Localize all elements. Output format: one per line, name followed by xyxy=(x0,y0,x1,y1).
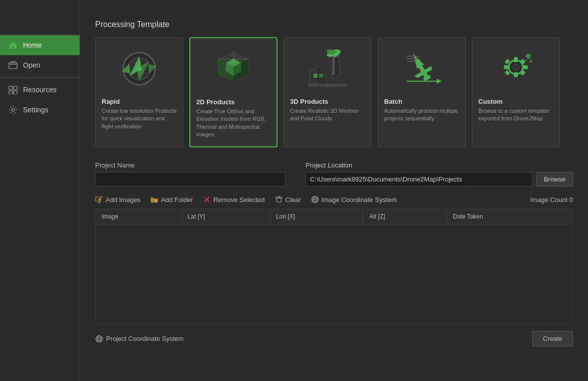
image-toolbar: Add Images Add Folder Remove Selected xyxy=(95,195,573,205)
template-card-3d[interactable]: 3D Products Create Realistic 3D Meshes a… xyxy=(283,37,372,147)
svg-rect-30 xyxy=(314,74,318,78)
home-icon xyxy=(8,40,18,50)
svg-rect-1 xyxy=(9,86,13,90)
project-name-label: Project Name xyxy=(95,161,285,169)
rapid-desc: Create low resolution Products for quick… xyxy=(102,107,177,130)
batch-icon xyxy=(394,44,449,94)
add-images-button[interactable]: Add Images xyxy=(95,195,140,205)
svg-rect-2 xyxy=(14,86,17,90)
add-folder-icon xyxy=(150,196,158,204)
svg-rect-58 xyxy=(101,196,103,198)
template-card-batch[interactable]: Batch Automatically process multiple pro… xyxy=(378,37,466,147)
template-card-2d[interactable]: 2D Products Create True Orthos and Eleva… xyxy=(189,37,277,147)
custom-desc: Browse to a custom template exported fro… xyxy=(478,107,553,123)
svg-marker-39 xyxy=(437,79,442,84)
image-table-container: Image Lat [Y] Lon [X] Alt [Z] Date Taken xyxy=(95,209,573,324)
project-row: Project Name Project Location Browse xyxy=(95,161,573,186)
sidebar-item-resources[interactable]: Resources xyxy=(0,80,80,100)
clear-icon xyxy=(275,196,283,204)
2d-desc: Create True Orthos and Elevation models … xyxy=(196,108,270,139)
project-coord-system-button[interactable]: Project Coordinate System xyxy=(95,335,184,343)
svg-rect-47 xyxy=(504,65,509,69)
col-image: Image xyxy=(96,209,181,225)
globe-small-icon xyxy=(95,335,103,343)
svg-point-55 xyxy=(525,59,527,61)
image-count: Image Count 0 xyxy=(530,196,573,204)
3d-title: 3D Products xyxy=(290,98,365,105)
sidebar-item-settings[interactable]: Settings xyxy=(0,100,80,120)
remove-selected-icon xyxy=(203,196,211,204)
image-coord-system-button[interactable]: Image Coordinate System xyxy=(311,195,397,205)
sidebar-divider xyxy=(0,77,80,78)
custom-icon xyxy=(488,44,543,94)
svg-rect-46 xyxy=(514,72,518,77)
sidebar-item-open[interactable]: Open xyxy=(0,55,80,75)
svg-point-10 xyxy=(137,66,142,71)
svg-point-5 xyxy=(12,108,15,111)
rapid-title: Rapid xyxy=(102,98,177,105)
col-lon: Lon [X] xyxy=(270,209,363,225)
svg-rect-4 xyxy=(14,91,17,94)
project-location-input[interactable] xyxy=(306,172,532,186)
bottom-bar: Project Coordinate System Create xyxy=(95,331,573,346)
2d-title: 2D Products xyxy=(196,98,270,106)
add-folder-button[interactable]: Add Folder xyxy=(150,195,193,205)
globe-icon xyxy=(311,196,319,204)
svg-point-54 xyxy=(529,60,532,63)
svg-rect-45 xyxy=(514,57,518,62)
col-alt: Alt [Z] xyxy=(363,209,447,225)
browse-button[interactable]: Browse xyxy=(536,172,573,186)
sidebar-item-home[interactable]: Home xyxy=(0,35,80,55)
clear-button[interactable]: Clear xyxy=(275,195,301,205)
rapid-icon xyxy=(112,44,167,94)
batch-title: Batch xyxy=(384,98,459,105)
3d-icon xyxy=(300,44,355,94)
svg-point-53 xyxy=(526,54,531,59)
project-name-input[interactable] xyxy=(95,172,285,186)
main-content: Processing Template Rap xyxy=(80,0,588,381)
location-row: Browse xyxy=(306,172,573,186)
create-button[interactable]: Create xyxy=(532,331,573,346)
3d-desc: Create Realistic 3D Meshes and Point Clo… xyxy=(290,107,365,123)
template-card-rapid[interactable]: Rapid Create low resolution Products for… xyxy=(95,37,183,147)
custom-title: Custom xyxy=(478,98,553,105)
batch-desc: Automatically process multiple projects … xyxy=(384,107,459,123)
project-location-group: Project Location Browse xyxy=(306,161,573,186)
template-cards: Rapid Create low resolution Products for… xyxy=(95,37,573,147)
resources-icon xyxy=(8,85,18,95)
remove-selected-button[interactable]: Remove Selected xyxy=(203,195,265,205)
col-date: Date Taken xyxy=(447,209,572,225)
image-table: Image Lat [Y] Lon [X] Alt [Z] Date Taken xyxy=(96,209,572,225)
template-card-custom[interactable]: Custom Browse to a custom template expor… xyxy=(472,37,560,147)
project-name-group: Project Name xyxy=(95,161,285,186)
open-icon xyxy=(8,60,18,70)
svg-rect-0 xyxy=(9,63,17,69)
sidebar: Home Open Resources xyxy=(0,0,80,381)
svg-point-44 xyxy=(513,64,519,70)
table-header-row: Image Lat [Y] Lon [X] Alt [Z] Date Taken xyxy=(96,209,572,225)
svg-rect-31 xyxy=(319,74,323,78)
svg-rect-48 xyxy=(523,65,528,69)
settings-icon xyxy=(8,105,18,115)
project-location-label: Project Location xyxy=(306,161,573,169)
2d-icon xyxy=(206,44,261,94)
add-images-icon xyxy=(95,196,103,204)
svg-rect-3 xyxy=(9,91,13,94)
svg-rect-26 xyxy=(333,56,335,75)
section-title: Processing Template xyxy=(95,20,573,29)
col-lat: Lat [Y] xyxy=(181,209,270,225)
